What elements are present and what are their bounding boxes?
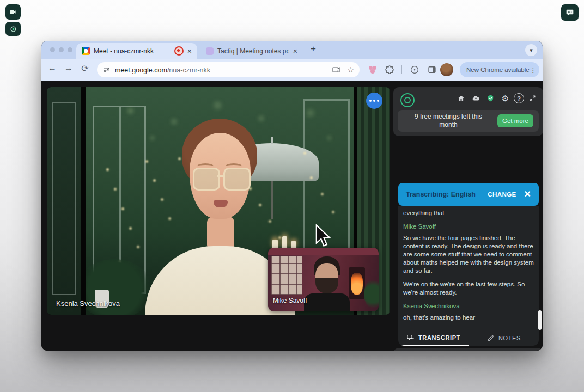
tab-title: Tactiq | Meeting notes powe <box>217 47 289 55</box>
screen-record-indicator-icon[interactable] <box>5 22 21 36</box>
home-icon[interactable] <box>455 92 467 105</box>
reload-button[interactable]: ⟳ <box>78 63 92 74</box>
participant-neck <box>207 217 234 250</box>
transcript-line: We're on the we're on the last few steps… <box>403 280 536 297</box>
tactiq-tab-bar: TRANSCRIPT NOTES <box>398 330 539 346</box>
transcript-icon <box>406 334 415 342</box>
close-tab-icon[interactable]: × <box>187 47 192 55</box>
main-participant-name: Ksenia Svechnikova <box>56 299 120 308</box>
string-lights <box>86 87 88 89</box>
pip-fireplace <box>349 267 365 299</box>
address-bar[interactable]: meet.google.com/nua-czmr-nkk ☆ <box>97 62 360 77</box>
recording-indicator-icon <box>174 46 184 56</box>
bookmark-star-icon[interactable]: ☆ <box>347 65 354 74</box>
transcribing-label: Transcribing: English <box>406 191 476 198</box>
window-control-dot[interactable] <box>50 47 55 52</box>
shield-check-icon[interactable] <box>484 92 497 105</box>
record-dot-icon <box>10 26 17 33</box>
meet-favicon-icon <box>82 47 90 55</box>
videocam-icon <box>9 8 17 16</box>
video-left-fill <box>47 87 86 315</box>
close-banner-icon[interactable]: ✕ <box>524 190 531 199</box>
glasses-left-lens <box>193 168 220 191</box>
quota-banner: 9 free meetings left this month Get more <box>398 110 539 132</box>
transcript-speaker: Ksenia Svechnikova <box>403 303 536 309</box>
desktop-background: Meet - nua-czmr-nkk × Tactiq | Meeting n… <box>0 0 584 392</box>
chrome-update-button[interactable]: New Chrome available ⋮ <box>460 62 539 77</box>
sidebar-scrollbar[interactable] <box>538 310 542 330</box>
extensions-puzzle-icon[interactable] <box>385 65 394 75</box>
tab-strip: Meet - nua-czmr-nkk × Tactiq | Meeting n… <box>41 41 543 59</box>
toolbar-divider <box>402 65 402 74</box>
back-button[interactable]: ← <box>46 63 59 73</box>
tab-notes[interactable]: NOTES <box>469 330 539 346</box>
tab-notes-label: NOTES <box>498 335 521 341</box>
tactiq-action-bar <box>393 348 543 351</box>
tab-overflow-button[interactable]: ▾ <box>525 44 537 56</box>
tactiq-logo-icon <box>400 93 415 107</box>
update-label: New Chrome available <box>466 66 530 73</box>
window-control-dot[interactable] <box>59 47 64 52</box>
new-tab-button[interactable]: + <box>311 44 316 54</box>
tactiq-favicon-icon <box>206 47 214 55</box>
chat-bubble-indicator-icon[interactable] <box>561 4 579 21</box>
pip-plant <box>364 279 379 309</box>
glasses-right-lens <box>223 168 251 191</box>
tab-transcript[interactable]: TRANSCRIPT <box>398 330 469 346</box>
site-settings-icon[interactable] <box>102 66 111 74</box>
quota-text: 9 free meetings left this month <box>405 113 491 129</box>
tab-transcript-label: TRANSCRIPT <box>418 334 460 341</box>
tab-meet[interactable]: Meet - nua-czmr-nkk × <box>76 43 197 59</box>
url-host: meet.google.com <box>115 66 167 74</box>
transcript-line: oh, that's amazing to hear <box>403 314 536 322</box>
profile-avatar[interactable] <box>440 63 453 76</box>
performance-icon[interactable] <box>410 65 419 75</box>
mouse-cursor <box>315 224 333 249</box>
pip-video-tile[interactable]: Mike Savoff <box>268 248 379 311</box>
participant-mouth <box>214 200 228 207</box>
participant-face <box>190 133 251 219</box>
tactiq-header-panel: ⚙ ? 9 free meetings left this month Get … <box>393 87 543 136</box>
get-more-button[interactable]: Get more <box>497 114 533 127</box>
meet-page: Mike Savoff Ksenia Svechnikova nua-czmr-… <box>41 81 543 351</box>
change-language-button[interactable]: CHANGE <box>488 191 516 198</box>
browser-menu-icon[interactable]: ⋮ <box>530 66 537 74</box>
settings-gear-icon[interactable]: ⚙ <box>499 92 512 105</box>
browser-toolbar: ← → ⟳ meet.google.com/nua-czmr-nkk ☆ <box>41 59 543 81</box>
screen-share-camera-icon[interactable] <box>5 4 21 20</box>
window-control-dot[interactable] <box>68 47 72 52</box>
transcript-line: So we have the four pages finished. The … <box>403 234 536 275</box>
glasses-bridge <box>217 175 223 177</box>
forward-button[interactable]: → <box>62 63 75 73</box>
browser-window: Meet - nua-czmr-nkk × Tactiq | Meeting n… <box>41 41 543 351</box>
tab-capture-icon[interactable] <box>332 65 340 74</box>
pencil-icon <box>486 334 495 342</box>
transcript-panel: everything that Mike Savoff So we have t… <box>398 206 539 346</box>
close-tab-icon[interactable]: × <box>293 47 297 55</box>
url-path: /nua-czmr-nkk <box>167 66 210 74</box>
video-options-button[interactable] <box>366 93 382 109</box>
collapse-panel-icon[interactable] <box>526 92 539 105</box>
tab-tactiq[interactable]: Tactiq | Meeting notes powe × <box>200 43 303 59</box>
chat-bubble-icon <box>565 8 574 17</box>
cloud-upload-icon[interactable] <box>470 92 482 105</box>
transcript-speaker: Mike Savoff <box>403 223 536 230</box>
transcribing-banner: Transcribing: English CHANGE ✕ <box>398 183 539 206</box>
pip-participant-name: Mike Savoff <box>273 297 307 304</box>
main-video-tile[interactable]: Mike Savoff Ksenia Svechnikova <box>47 87 390 315</box>
pip-window <box>271 256 302 295</box>
transcript-scroll-area[interactable]: everything that Mike Savoff So we have t… <box>398 206 539 330</box>
tab-title: Meet - nua-czmr-nkk <box>94 47 171 55</box>
transcript-line: everything that <box>403 209 536 217</box>
help-icon[interactable]: ? <box>514 93 524 103</box>
side-panel-icon[interactable] <box>427 65 437 75</box>
